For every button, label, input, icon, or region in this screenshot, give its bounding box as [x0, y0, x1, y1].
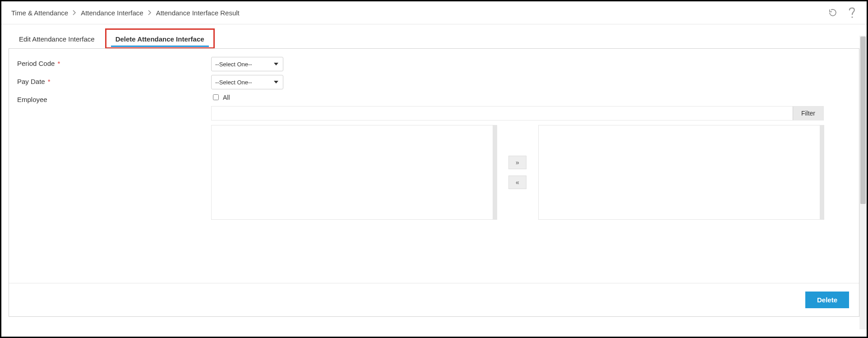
employee-all-checkbox[interactable] [213, 94, 219, 100]
breadcrumb: Time & Attendance Attendance Interface A… [11, 9, 240, 17]
employee-label: Employee [17, 93, 211, 103]
filter-button[interactable]: Filter [793, 106, 823, 120]
move-left-button[interactable]: « [508, 176, 526, 189]
breadcrumb-item-attendance-interface-result: Attendance Interface Result [156, 9, 240, 17]
vertical-scrollbar[interactable] [859, 36, 867, 329]
scrollbar-thumb[interactable] [860, 37, 866, 204]
employee-filter-input[interactable] [212, 106, 793, 120]
breadcrumb-item-attendance-interface[interactable]: Attendance Interface [81, 9, 143, 17]
breadcrumb-item-time-and-attendance[interactable]: Time & Attendance [11, 9, 68, 17]
svg-point-0 [851, 16, 853, 18]
period-code-label: Period Code * [17, 57, 211, 67]
tab-edit-attendance-interface[interactable]: Edit Attendance Interface [9, 28, 105, 49]
form-panel: Period Code * --Select One-- Pay Date * … [9, 48, 859, 317]
pay-date-label: Pay Date * [17, 75, 211, 85]
period-code-select[interactable]: --Select One-- [211, 57, 283, 71]
chevron-right-icon [148, 10, 152, 15]
tab-bar: Edit Attendance Interface Delete Attenda… [1, 24, 867, 48]
delete-button[interactable]: Delete [805, 292, 849, 308]
employee-all-label: All [223, 94, 230, 101]
pay-date-select[interactable]: --Select One-- [211, 75, 283, 89]
move-right-button[interactable]: » [508, 156, 526, 169]
selected-employees-listbox[interactable] [538, 125, 824, 220]
refresh-icon[interactable] [828, 8, 838, 18]
help-icon[interactable] [848, 7, 857, 19]
tab-delete-attendance-interface[interactable]: Delete Attendance Interface [105, 28, 215, 49]
chevron-right-icon [73, 10, 76, 15]
available-employees-listbox[interactable] [211, 125, 497, 220]
